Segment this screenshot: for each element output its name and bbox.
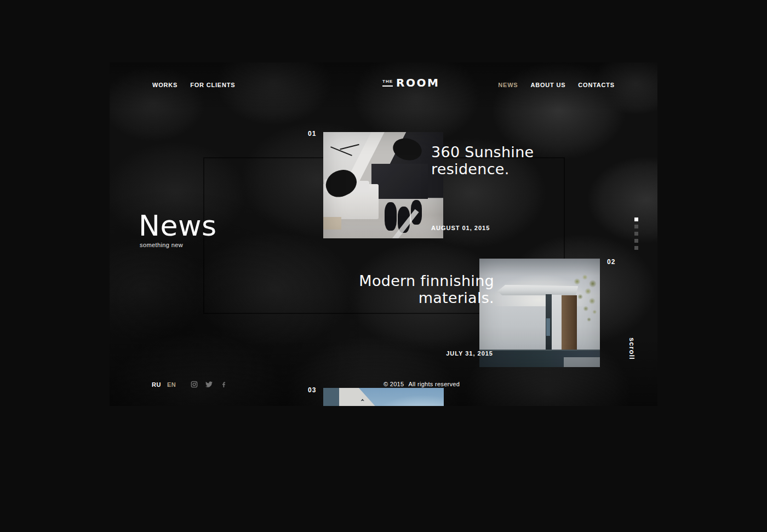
title-line: residence. [431, 161, 534, 178]
pebbles-background: WORKS FOR CLIENTS THE ROOM NEWS ABOUT US… [110, 62, 657, 406]
news-1-number: 01 [308, 130, 316, 138]
news-1-title[interactable]: 360 Sunshine residence. [431, 144, 534, 178]
copyright: © 2015All rights reserved [384, 381, 460, 387]
instagram-icon[interactable] [191, 381, 198, 388]
nav-left: WORKS FOR CLIENTS [152, 82, 235, 88]
cloud-shape [371, 393, 444, 406]
pager-dot[interactable] [634, 239, 638, 243]
page-subtitle: something new [140, 242, 217, 248]
pager-dot[interactable] [634, 218, 638, 221]
twitter-icon[interactable] [205, 381, 213, 388]
hero-heading: News something new [139, 211, 217, 248]
logo[interactable]: THE ROOM [382, 77, 439, 88]
news-1-image[interactable] [323, 132, 443, 238]
news-3-image[interactable] [323, 388, 444, 406]
pagination [634, 218, 638, 253]
scroll-indicator[interactable]: scroll [628, 337, 636, 360]
lang-ru[interactable]: RU [152, 381, 161, 388]
lang-en[interactable]: EN [167, 381, 176, 388]
logo-room: ROOM [396, 77, 439, 88]
title-line: 360 Sunshine [431, 144, 534, 161]
nav-works[interactable]: WORKS [152, 82, 178, 88]
page-title: News [139, 211, 217, 241]
nav-right: NEWS ABOUT US CONTACTS [498, 82, 615, 88]
facebook-icon[interactable] [220, 381, 227, 388]
social-links [191, 381, 227, 388]
news-2-date: JULY 31, 2015 [416, 350, 493, 357]
photo-dim-overlay [479, 259, 600, 367]
news-2-number: 02 [607, 258, 615, 266]
nav-news[interactable]: NEWS [498, 82, 518, 88]
pager-dot[interactable] [634, 246, 638, 250]
news-1-date: AUGUST 01, 2015 [431, 225, 490, 231]
copyright-year: © 2015 [384, 381, 404, 387]
wall-strip-shape [323, 388, 339, 406]
photo-dim-overlay [323, 132, 443, 238]
logo-the: THE [382, 79, 393, 87]
building-shape [339, 388, 375, 406]
title-line: materials. [319, 289, 494, 306]
title-line: Modern finnishing [319, 272, 494, 289]
nav-about-us[interactable]: ABOUT US [530, 82, 565, 88]
news-3-number: 03 [308, 386, 316, 394]
news-2-image[interactable] [479, 259, 600, 367]
copyright-text: All rights reserved [408, 381, 460, 387]
nav-for-clients[interactable]: FOR CLIENTS [190, 82, 235, 88]
news-2-title[interactable]: Modern finnishing materials. [319, 272, 494, 306]
pager-dot[interactable] [634, 232, 638, 236]
page: WORKS FOR CLIENTS THE ROOM NEWS ABOUT US… [0, 0, 767, 532]
nav-contacts[interactable]: CONTACTS [578, 82, 615, 88]
pager-dot[interactable] [634, 225, 638, 228]
